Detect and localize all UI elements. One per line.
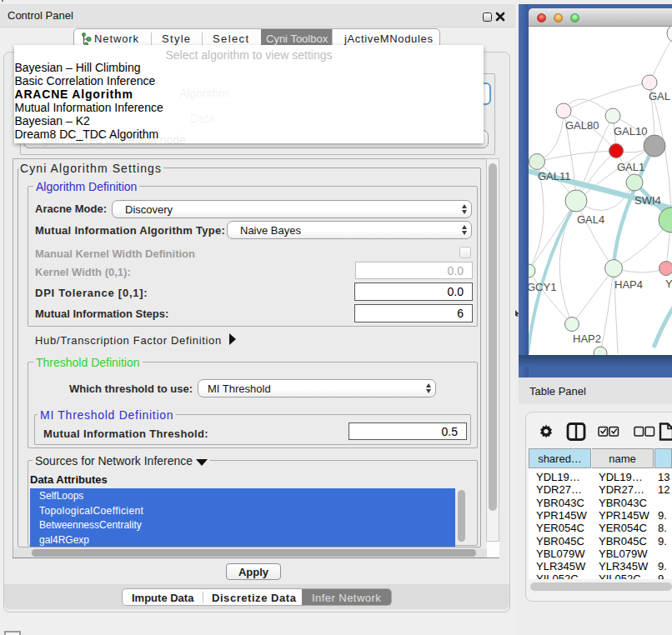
svg-text:HAP4: HAP4	[614, 278, 643, 291]
svg-text:GAL4: GAL4	[577, 213, 604, 226]
svg-text:GAL: GAL	[649, 90, 670, 102]
svg-text:HAP2: HAP2	[573, 332, 601, 345]
svg-text:SWI4: SWI4	[634, 194, 661, 207]
svg-text:GAL1: GAL1	[617, 161, 644, 173]
svg-text:GCY1: GCY1	[529, 281, 556, 293]
svg-text:GAL10: GAL10	[614, 125, 647, 138]
svg-text:GAL11: GAL11	[538, 170, 571, 182]
svg-text:Y: Y	[665, 278, 672, 290]
svg-text:GAL80: GAL80	[565, 119, 599, 132]
